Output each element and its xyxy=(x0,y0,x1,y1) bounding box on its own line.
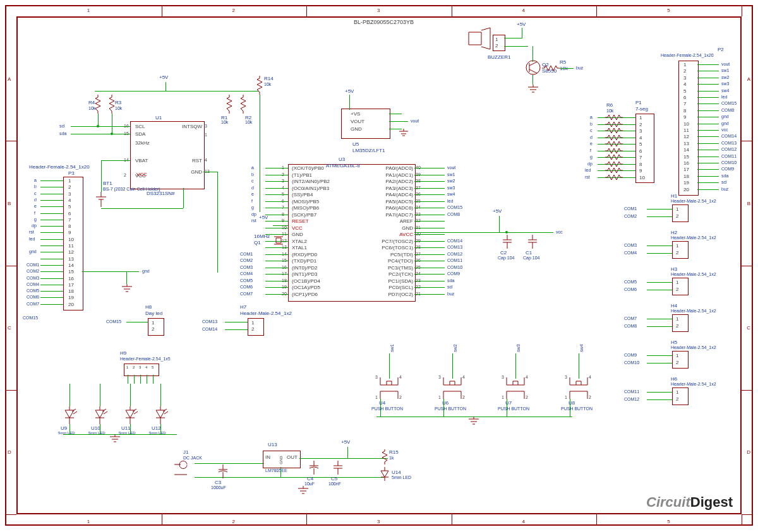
p1-box xyxy=(635,114,654,183)
schematic-sheet: {} 1 1 2 2 3 3 4 4 5 5 A A B B C C D D B… xyxy=(0,0,758,532)
p1-ref: P1 xyxy=(635,100,642,105)
r14 xyxy=(256,76,263,95)
buzzer-5v: +5V xyxy=(517,21,526,27)
q1-sym xyxy=(274,235,283,246)
u3-part: ATMEGA16L-8 xyxy=(326,163,360,168)
r4 xyxy=(95,95,101,114)
buzzer-ref: BUZZER1 xyxy=(488,54,510,60)
p1-part: 7-seg xyxy=(635,106,648,112)
r2 xyxy=(240,95,246,114)
net-vout1: vout xyxy=(411,119,419,123)
buzzer-symbol xyxy=(469,29,494,48)
r5-sym xyxy=(542,66,560,71)
j1-ref: J1 xyxy=(183,449,188,455)
q1-val: 16MHz xyxy=(254,233,270,239)
r1 xyxy=(226,95,232,114)
p2-part: Header-Female-2.54_1x20 xyxy=(661,53,714,57)
bt1-ref: BT1 xyxy=(103,180,112,186)
gnd-buzzer xyxy=(527,85,539,93)
u14-led xyxy=(379,467,390,481)
u1-ref: U1 xyxy=(155,115,162,121)
net-buz: buz xyxy=(576,66,583,70)
c2-sym xyxy=(503,235,512,249)
net-scl: scl xyxy=(59,124,65,128)
j1-part: DC JACK xyxy=(183,456,202,460)
svg-point-0 xyxy=(526,61,540,74)
h8-box xyxy=(148,318,164,336)
u1-part: DS3231SN# xyxy=(147,191,174,196)
r15-sym xyxy=(382,449,388,464)
net-gndlabel: gnd xyxy=(142,269,150,273)
h8-part: Day led xyxy=(145,310,162,316)
sheet-title: BL-PBZ09055C2703YB xyxy=(354,19,414,25)
u5-part: LM35DZ/LFT1 xyxy=(352,148,385,153)
h9-ref: H9 xyxy=(120,350,126,356)
buzzer-pinbox xyxy=(493,35,505,51)
h9-box xyxy=(124,364,159,376)
u3-5v: +5V xyxy=(259,215,268,220)
pwr-5v-a: +5V xyxy=(159,74,168,80)
r5-ref: R5 xyxy=(560,59,566,65)
net-vcc: vcc xyxy=(556,230,563,234)
j1-sym xyxy=(174,461,196,478)
p3-part: Header-Female-2.54_1x20 xyxy=(29,164,90,170)
c3-sym xyxy=(219,464,227,478)
h7-ref: H7 xyxy=(240,304,246,310)
u5-box xyxy=(341,109,390,139)
p2-ref: P2 xyxy=(718,47,724,52)
u5-5v: +5V xyxy=(345,88,354,94)
c1-sym xyxy=(528,235,537,249)
h7-part: Header-Male-2.54_1x2 xyxy=(240,310,292,316)
net-sda: sda xyxy=(59,131,66,136)
h9-part: Header-Female-2.54_1x5 xyxy=(120,357,171,361)
bt1-part: BS-7 (2032 Coin Cell Holder) xyxy=(103,187,160,191)
r3 xyxy=(109,95,115,114)
u3-ref: U3 xyxy=(339,157,345,162)
q1-ref: Q1 xyxy=(254,240,261,245)
p3-ref: P3 xyxy=(68,170,75,176)
h7-box xyxy=(248,318,264,336)
h8-ref: H8 xyxy=(145,304,152,310)
u5-ref: U5 xyxy=(352,141,359,147)
brand-logo: CircuitDigest xyxy=(646,494,733,511)
bt1-sym xyxy=(95,192,107,208)
